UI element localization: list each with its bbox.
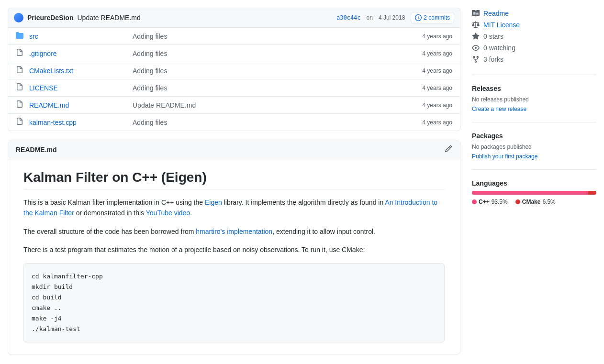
commit-header-left: PrieureDeSion Update README.md [14,13,141,22]
file-name: LICENSE [29,84,125,92]
commit-date-prefix: on [367,14,373,21]
file-commit-msg: Adding files [125,33,422,40]
avatar [14,13,23,22]
table-row: LICENSE Adding files 4 years ago [8,79,460,96]
watermark: CSDN @papaofdoudou [0,362,604,364]
packages-title: Packages [472,132,596,140]
commit-hash[interactable]: a30c44c [336,14,361,21]
table-row: src Adding files 4 years ago [8,28,460,44]
about-section: Readme MIT License 0 stars 0 watching 3 … [472,8,596,75]
file-age: 4 years ago [422,67,452,74]
file-commit-msg: Adding files [125,119,422,126]
sidebar-item-license[interactable]: MIT License [472,19,596,31]
fork-icon [472,55,480,63]
code-block: cd kalmanfilter-cpp mkdir build cd build… [23,263,445,343]
releases-section: Releases No releases published Create a … [472,85,596,122]
commit-header-right: a30c44c on 4 Jul 2018 2 commits [336,12,454,23]
cmake-label: CMake [522,199,541,205]
languages-title: Languages [472,179,596,187]
file-age: 4 years ago [422,50,452,57]
sidebar-item-stars[interactable]: 0 stars [472,31,596,42]
code-line: mkdir build [32,282,436,292]
eye-icon [472,44,480,52]
law-icon [472,21,480,29]
cmake-pct: 6.5% [542,199,555,205]
file-commit-msg: Adding files [125,67,422,75]
lang-item-cpp: C++ 93.5% [472,199,508,205]
commit-date: 4 Jul 2018 [379,14,405,21]
readme-header: README.md [8,141,460,158]
languages-bar [472,191,596,195]
lang-bar-cmake [588,191,596,195]
file-icon [16,83,25,92]
main-content: PrieureDeSion Update README.md a30c44c o… [8,8,460,354]
watching-label: 0 watching [483,44,515,52]
file-commit-msg: Adding files [125,84,422,92]
readme-title: README.md [16,146,57,154]
file-icon [16,118,25,127]
folder-icon [16,32,25,41]
no-releases-text: No releases published [472,96,596,103]
file-name: README.md [29,101,125,109]
cpp-pct: 93.5% [492,199,508,205]
file-icon [16,49,25,58]
code-line: ./kalman-test [32,324,436,334]
readme-para1: This is a basic Kalman filter implementa… [23,197,445,219]
eigen-link[interactable]: Eigen [205,199,222,206]
youtube-link[interactable]: YouTube video [146,209,190,217]
file-age: 4 years ago [422,119,452,126]
file-name: kalman-test.cpp [29,119,125,126]
readme-body: Kalman Filter on C++ (Eigen) This is a b… [8,158,460,354]
commits-link[interactable]: 2 commits [411,12,454,23]
sidebar-item-forks[interactable]: 3 forks [472,54,596,65]
code-line: make -j4 [32,313,436,324]
hmartiro-link[interactable]: hmartiro's implementation [196,228,272,235]
no-packages-text: No packages published [472,143,596,150]
cpp-dot [472,199,477,204]
commit-user[interactable]: PrieureDeSion [27,14,73,22]
lang-bar-cpp [472,191,588,195]
commit-header: PrieureDeSion Update README.md a30c44c o… [8,8,460,28]
sidebar: Readme MIT License 0 stars 0 watching 3 … [472,8,596,354]
create-release-link[interactable]: Create a new release [472,106,526,112]
file-commit-msg: Update README.md [125,101,422,109]
file-icon [16,100,25,110]
file-name: .gitignore [29,50,125,57]
star-icon [472,33,480,40]
table-row: CMakeLists.txt Adding files 4 years ago [8,62,460,79]
lang-item-cmake: CMake 6.5% [515,199,556,205]
commit-message: Update README.md [77,14,140,22]
sidebar-item-readme[interactable]: Readme [472,8,596,19]
releases-title: Releases [472,85,596,92]
code-line: cd kalmanfilter-cpp [32,271,436,282]
languages-section: Languages C++ 93.5% CMake 6.5% [472,179,596,215]
file-age: 4 years ago [422,85,452,91]
cpp-label: C++ [479,199,490,205]
table-row: README.md Update README.md 4 years ago [8,96,460,113]
readme-para3: There is a test program that estimates t… [23,244,445,255]
lang-items: C++ 93.5% CMake 6.5% [472,199,596,205]
readme-para2: The overall structure of the code has be… [23,226,445,237]
license-link[interactable]: MIT License [483,21,520,29]
packages-section: Packages No packages published Publish y… [472,132,596,170]
clock-icon [415,14,422,21]
code-line: cd build [32,292,436,303]
sidebar-item-watching[interactable]: 0 watching [472,42,596,54]
file-table: src Adding files 4 years ago .gitignore … [8,28,460,131]
file-age: 4 years ago [422,102,452,109]
readme-heading: Kalman Filter on C++ (Eigen) [23,170,445,189]
forks-label: 3 forks [483,55,503,63]
readme-link[interactable]: Readme [483,10,509,17]
stars-label: 0 stars [483,33,503,40]
file-age: 4 years ago [422,33,452,40]
file-icon [16,66,25,75]
publish-package-link[interactable]: Publish your first package [472,153,537,160]
edit-icon[interactable] [445,145,452,154]
table-row: .gitignore Adding files 4 years ago [8,44,460,62]
file-commit-msg: Adding files [125,50,422,57]
file-name: src [29,33,125,40]
book-icon [472,10,480,17]
table-row: kalman-test.cpp Adding files 4 years ago [8,113,460,131]
cmake-dot [515,199,520,204]
file-name: CMakeLists.txt [29,67,125,75]
